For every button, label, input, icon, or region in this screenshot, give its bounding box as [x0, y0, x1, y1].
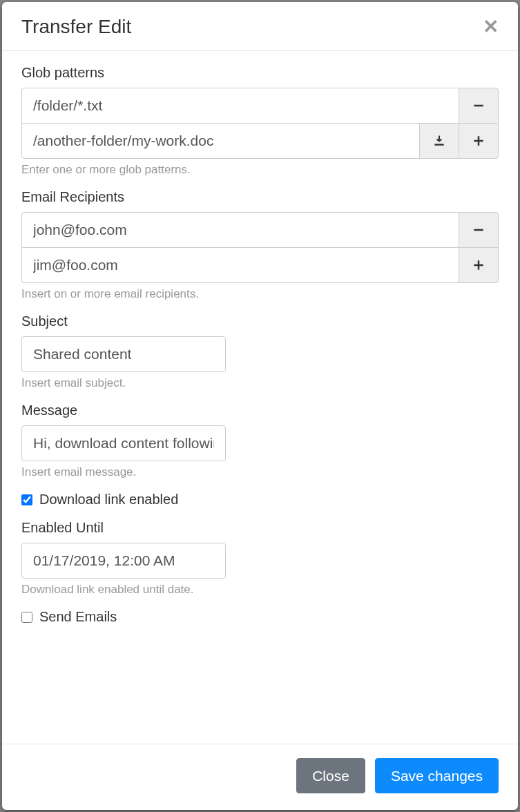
recipients-help: Insert on or more email recipients. — [21, 287, 499, 301]
recipient-input-0[interactable] — [21, 212, 459, 248]
subject-label: Subject — [21, 313, 499, 329]
recipients-group: Email Recipients Insert on or more email… — [21, 189, 499, 301]
recipient-row-0 — [21, 212, 499, 248]
subject-group: Subject Insert email subject. — [21, 313, 499, 390]
modal-footer: Close Save changes — [2, 744, 518, 810]
close-icon[interactable]: ✕ — [483, 17, 499, 37]
send-emails-row: Send Emails — [21, 609, 499, 625]
enabled-until-help: Download link enabled until date. — [21, 583, 499, 597]
message-label: Message — [21, 403, 499, 418]
enabled-until-input[interactable] — [21, 543, 226, 579]
minus-icon — [472, 223, 485, 237]
close-button[interactable]: Close — [296, 758, 365, 793]
subject-help: Insert email subject. — [21, 376, 499, 390]
glob-help: Enter one or more glob patterns. — [21, 163, 499, 177]
recipient-input-1[interactable] — [21, 247, 459, 283]
download-enabled-label: Download link enabled — [39, 492, 178, 508]
glob-input-0[interactable] — [21, 88, 459, 124]
recipients-label: Email Recipients — [21, 189, 499, 205]
glob-remove-button[interactable] — [459, 88, 499, 124]
modal-header: Transfer Edit ✕ — [2, 2, 518, 51]
subject-input[interactable] — [21, 336, 226, 372]
send-emails-label: Send Emails — [39, 609, 117, 625]
modal-title: Transfer Edit — [21, 16, 131, 38]
modal-body: Glob patterns Enter one or more glob pat… — [2, 51, 518, 744]
message-group: Message Insert email message. — [21, 403, 499, 479]
recipient-remove-button[interactable] — [459, 212, 499, 248]
enabled-until-group: Enabled Until Download link enabled unti… — [21, 520, 499, 597]
send-emails-checkbox[interactable] — [21, 612, 32, 623]
glob-download-button[interactable] — [419, 123, 459, 159]
transfer-edit-modal: Transfer Edit ✕ Glob patterns — [2, 2, 518, 810]
glob-add-button[interactable] — [459, 123, 499, 159]
plus-icon — [472, 258, 485, 272]
download-enabled-row: Download link enabled — [21, 492, 499, 508]
enabled-until-label: Enabled Until — [21, 520, 499, 536]
glob-label: Glob patterns — [21, 65, 499, 81]
minus-icon — [472, 99, 485, 113]
glob-row-0 — [21, 88, 499, 124]
download-enabled-checkbox[interactable] — [21, 494, 32, 505]
recipient-row-1 — [21, 248, 499, 283]
message-help: Insert email message. — [21, 465, 499, 479]
save-button[interactable]: Save changes — [375, 758, 499, 793]
plus-icon — [472, 134, 485, 148]
glob-input-1[interactable] — [21, 123, 420, 159]
download-icon — [432, 134, 446, 148]
recipient-add-button[interactable] — [459, 247, 499, 283]
glob-group: Glob patterns Enter one or more glob pat… — [21, 65, 499, 177]
message-input[interactable] — [21, 425, 226, 461]
glob-row-1 — [21, 124, 499, 159]
